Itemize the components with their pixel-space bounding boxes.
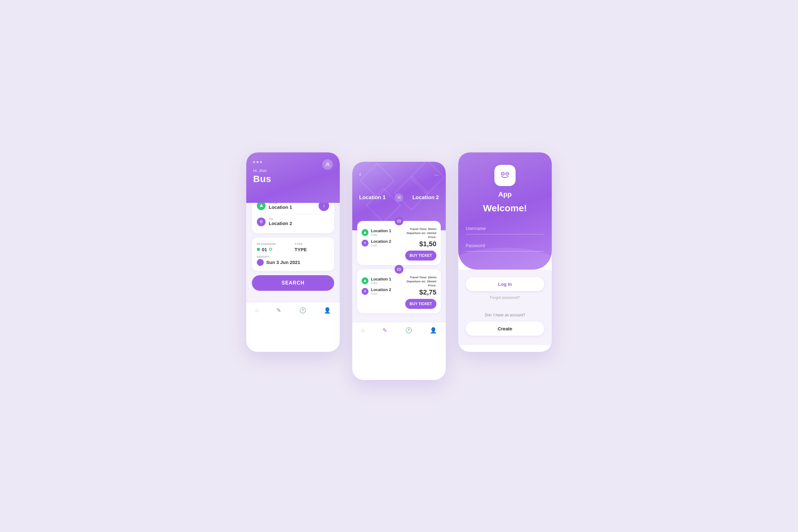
ticket-1-from-info: Location 1 Date xyxy=(371,228,391,236)
nav-icon-t1 xyxy=(363,231,366,234)
to-icon xyxy=(257,217,266,226)
ticket-1-locs: Location 1 Date Location 2 Date xyxy=(362,227,402,248)
bus-badge-1 xyxy=(395,216,403,225)
app-name-text: App xyxy=(498,190,512,198)
passenger-card: PASSENGER 01 TYPE TYPE DEPART xyxy=(252,238,334,271)
nav-icon-t2 xyxy=(363,279,366,282)
more-button[interactable]: ... xyxy=(434,170,439,177)
nav-home-icon[interactable]: ⌂ xyxy=(255,307,259,314)
ticket-1-price: $1,50 xyxy=(405,240,436,248)
ticket-2-price: $2,75 xyxy=(405,288,436,297)
dot-1 xyxy=(253,161,255,163)
from-location: Location 1 xyxy=(269,205,292,210)
ticket-1-price-label: Price: xyxy=(428,235,436,239)
ticket-2-to-icon xyxy=(362,288,368,295)
buy-ticket-button-1[interactable]: BUY TICKET xyxy=(405,251,436,261)
ticket-1-dep-label: Departure on: xyxy=(406,231,426,235)
ticket-1-travel-label: Travel Time: xyxy=(410,227,427,231)
search-screen: Hi, Jhon Bus FROM Location 1 ↕ xyxy=(246,152,340,352)
login-bottom: Log In Forgot password? Don 't have an a… xyxy=(458,270,552,345)
pin-icon-t2 xyxy=(363,290,366,293)
greeting-text: Hi, Jhon xyxy=(253,169,333,173)
nav2-user-icon[interactable]: 👤 xyxy=(430,327,437,334)
dots-row xyxy=(253,161,333,163)
svg-point-20 xyxy=(507,173,508,174)
ticket-1-departure: Departure on: 15mint xyxy=(405,231,436,235)
ticket-1-to-info: Location 2 Date xyxy=(371,239,391,247)
forgot-password-link[interactable]: Forgot password? xyxy=(490,296,520,300)
search-header: Hi, Jhon Bus xyxy=(246,152,340,203)
search-button[interactable]: SEARCH xyxy=(252,275,334,291)
ticket-1-from-row: Location 1 Date xyxy=(362,227,402,238)
dot-3 xyxy=(260,161,262,163)
depart-value-row: Sun 3 Jun 2021 xyxy=(257,259,329,266)
svg-point-11 xyxy=(398,270,398,270)
back-button[interactable]: ‹ xyxy=(359,170,361,178)
nav-clock-icon[interactable]: 🕐 xyxy=(299,307,306,314)
pin-icon-t1 xyxy=(363,242,366,245)
svg-marker-8 xyxy=(364,231,366,233)
svg-point-4 xyxy=(398,222,398,222)
create-account-button[interactable]: Create xyxy=(466,322,544,336)
passenger-type-grid: PASSENGER 01 TYPE TYPE xyxy=(257,243,329,252)
login-form xyxy=(466,223,544,257)
app-logo-icon xyxy=(498,169,512,182)
screen-title: Bus xyxy=(253,174,333,184)
ticket-2-to-name: Location 2 xyxy=(371,287,391,292)
passenger-value-row: 01 xyxy=(257,247,291,252)
nav2-edit-icon[interactable]: ✎ xyxy=(382,327,387,334)
bus-icon-1 xyxy=(397,219,401,223)
diamond-1 xyxy=(359,163,395,198)
ticket-2-details: Travel Time: 20min Departure on: 25mint … xyxy=(405,276,436,309)
svg-marker-1 xyxy=(260,204,263,207)
nav-edit-icon[interactable]: ✎ xyxy=(277,307,281,314)
ticket-2-to-info: Location 2 Date xyxy=(371,287,391,296)
depart-dot xyxy=(257,259,264,266)
bus-icon-2 xyxy=(397,267,401,271)
buy-ticket-button-2[interactable]: BUY TICKET xyxy=(405,299,436,309)
dot-2 xyxy=(256,161,259,163)
ticket-2-price-label: Price: xyxy=(428,284,436,287)
to-label: TO xyxy=(269,217,292,221)
depart-date: Sun 3 Jun 2021 xyxy=(266,260,300,265)
route-from: Location 1 xyxy=(359,194,385,201)
passenger-block: PASSENGER 01 xyxy=(257,243,291,252)
nav2-clock-icon[interactable]: 🕐 xyxy=(405,327,412,334)
ticket-1-from-date: Date xyxy=(371,233,391,236)
login-button[interactable]: Log In xyxy=(466,277,544,291)
bottom-nav-1: ⌂ ✎ 🕐 👤 xyxy=(246,303,340,318)
ticket-2-dep-label: Departure on: xyxy=(406,280,426,283)
ticket-1-to-date: Date xyxy=(371,244,391,247)
nav-user-icon[interactable]: 👤 xyxy=(324,307,331,314)
svg-point-2 xyxy=(261,221,262,222)
passenger-count: 01 xyxy=(262,247,267,252)
svg-point-5 xyxy=(400,222,400,222)
to-location: Location 2 xyxy=(269,221,292,226)
depart-label: DEPART xyxy=(257,255,329,258)
ticket-card-2: Location 1 Date Location 2 Date xyxy=(357,269,441,313)
ticket-2-from-info: Location 1 Date xyxy=(371,277,391,285)
svg-point-19 xyxy=(502,173,504,174)
nav2-home-icon[interactable]: ⌂ xyxy=(361,327,365,334)
password-input[interactable] xyxy=(466,240,544,251)
ticket-2-from-date: Date xyxy=(371,281,391,285)
username-input[interactable] xyxy=(466,223,544,234)
route-to: Location 2 xyxy=(413,194,439,201)
depart-block: DEPART Sun 3 Jun 2021 xyxy=(257,255,329,266)
bottom-nav-2: ⌂ ✎ 🕐 👤 xyxy=(352,323,446,338)
ticket-2-from-icon xyxy=(362,278,368,284)
ticket-2-dep-value: 25mint xyxy=(427,280,436,283)
to-info: TO Location 2 xyxy=(269,217,292,226)
ticket-2-travel-value: 20min xyxy=(428,276,436,279)
signup-prompt: Don 't have an account? xyxy=(485,313,525,317)
divider xyxy=(269,214,329,214)
type-block: TYPE TYPE xyxy=(294,243,329,252)
bus-badge-2 xyxy=(395,265,403,274)
ticket-1-price-label-row: Price: xyxy=(405,235,436,239)
ticket-2-price-label-row: Price: xyxy=(405,284,436,287)
route-swap-icon[interactable]: ⇄ xyxy=(395,193,403,202)
results-body: Location 1 Date Location 2 Date xyxy=(352,221,446,323)
ticket-1-main: Location 1 Date Location 2 Date xyxy=(362,227,436,261)
svg-point-12 xyxy=(400,270,400,270)
avatar-button[interactable] xyxy=(322,159,333,170)
